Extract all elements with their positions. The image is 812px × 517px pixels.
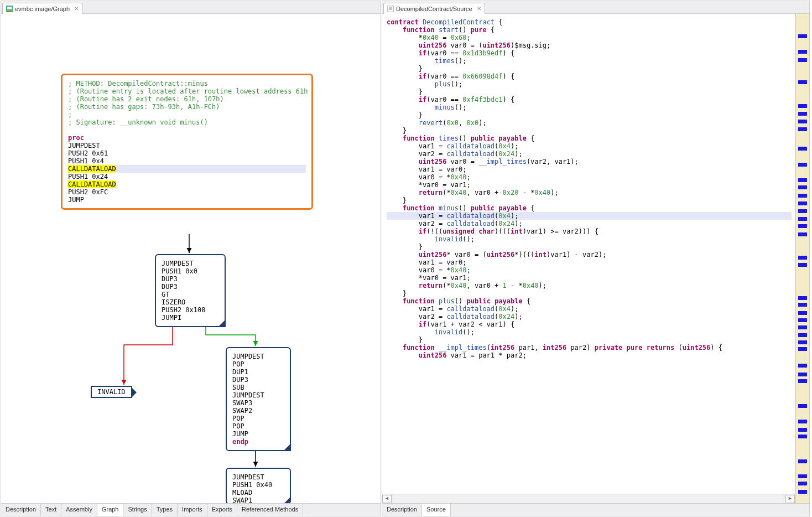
gutter-mark[interactable] <box>798 112 807 116</box>
gutter-mark[interactable] <box>798 232 807 236</box>
source-content: contract DecompiledContract { function s… <box>382 14 809 503</box>
gutter-mark[interactable] <box>798 364 807 368</box>
close-icon[interactable]: ✕ <box>74 6 79 12</box>
gutter-mark[interactable] <box>798 373 807 376</box>
gutter-mark[interactable] <box>798 428 807 432</box>
gutter-mark[interactable] <box>798 163 807 167</box>
gutter-mark[interactable] <box>798 333 807 337</box>
gutter-mark[interactable] <box>798 379 807 383</box>
gutter-mark[interactable] <box>798 80 807 84</box>
gutter-mark[interactable] <box>798 263 807 267</box>
graph-panel: evmbc image/Graph ✕ <box>1 1 381 516</box>
graph-node-block3[interactable]: JUMPDEST POP DUP1 DUP3 SUB JUMPDEST SWAP… <box>226 347 291 451</box>
source-gutter[interactable] <box>795 14 809 503</box>
gutter-mark[interactable] <box>798 34 807 38</box>
bottom-tab-assembly[interactable]: Assembly <box>61 504 97 516</box>
close-icon[interactable]: ✕ <box>477 6 481 12</box>
gutter-mark[interactable] <box>798 474 807 478</box>
bottom-tab-referenced-methods[interactable]: Referenced Methods <box>237 504 303 516</box>
gutter-mark[interactable] <box>798 325 807 329</box>
gutter-mark[interactable] <box>798 209 807 213</box>
gutter-mark[interactable] <box>798 224 807 228</box>
gutter-mark[interactable] <box>798 217 807 221</box>
gutter-mark[interactable] <box>798 194 807 198</box>
bottom-tab-strings[interactable]: Strings <box>123 504 152 516</box>
source-bottom-tabs: DescriptionSource <box>382 503 809 516</box>
gutter-mark[interactable] <box>798 58 807 62</box>
gutter-mark[interactable] <box>798 459 807 463</box>
gutter-mark[interactable] <box>798 347 807 351</box>
bottom-tab-types[interactable]: Types <box>152 504 178 516</box>
gutter-mark[interactable] <box>798 482 807 485</box>
invalid-label: INVALID <box>97 388 126 396</box>
graph-node-invalid[interactable]: INVALID <box>91 386 132 398</box>
graph-canvas[interactable]: ; METHOD: DecompiledContract::minus ; (R… <box>1 14 381 503</box>
gutter-mark[interactable] <box>798 50 807 54</box>
gutter-mark[interactable] <box>798 340 807 344</box>
document-icon <box>387 6 394 12</box>
svg-rect-1 <box>7 7 12 9</box>
graph-tab-bar: evmbc image/Graph ✕ <box>1 1 381 14</box>
source-tab-bar: DecompiledContract/Source ✕ <box>382 1 809 14</box>
gutter-mark[interactable] <box>798 420 807 423</box>
gutter-mark[interactable] <box>798 104 807 108</box>
image-icon <box>6 6 13 12</box>
source-code-view[interactable]: contract DecompiledContract { function s… <box>382 14 809 494</box>
bottom-tab-graph[interactable]: Graph <box>97 504 124 516</box>
gutter-mark[interactable] <box>798 127 807 131</box>
gutter-mark[interactable] <box>798 490 807 494</box>
gutter-mark[interactable] <box>798 303 807 307</box>
gutter-mark[interactable] <box>798 256 807 260</box>
bottom-tab-description[interactable]: Description <box>1 504 41 516</box>
source-panel: DecompiledContract/Source ✕ contract Dec… <box>382 1 810 516</box>
gutter-mark[interactable] <box>798 120 807 123</box>
source-tab[interactable]: DecompiledContract/Source ✕ <box>383 3 485 14</box>
gutter-mark[interactable] <box>798 147 807 151</box>
bottom-tab-description[interactable]: Description <box>382 504 422 516</box>
graph-tab-label: evmbc image/Graph <box>15 6 70 12</box>
gutter-mark[interactable] <box>798 318 807 322</box>
scroll-left-icon[interactable]: ◄ <box>382 495 392 503</box>
gutter-mark[interactable] <box>798 435 807 438</box>
gutter-mark[interactable] <box>798 311 807 315</box>
horizontal-scrollbar[interactable]: ◄ ► <box>382 494 795 503</box>
graph-node-proc[interactable]: ; METHOD: DecompiledContract::minus ; (R… <box>61 74 313 210</box>
svg-rect-9 <box>388 6 393 12</box>
gutter-mark[interactable] <box>798 404 807 408</box>
graph-content[interactable]: ; METHOD: DecompiledContract::minus ; (R… <box>1 14 381 503</box>
bottom-tab-text[interactable]: Text <box>41 504 61 516</box>
bottom-tab-exports[interactable]: Exports <box>207 504 237 516</box>
scroll-right-icon[interactable]: ► <box>785 495 795 503</box>
graph-node-block2[interactable]: JUMPDEST PUSH1 0x0 DUP3 DUP3 GT ISZERO P… <box>155 254 226 327</box>
gutter-mark[interactable] <box>798 201 807 205</box>
gutter-mark[interactable] <box>798 296 807 300</box>
source-tab-label: DecompiledContract/Source <box>396 6 472 12</box>
graph-bottom-tabs: DescriptionTextAssemblyGraphStringsTypes… <box>1 503 381 516</box>
bottom-tab-source[interactable]: Source <box>422 504 451 516</box>
bottom-tab-imports[interactable]: Imports <box>178 504 207 516</box>
graph-tab[interactable]: evmbc image/Graph ✕ <box>2 3 82 14</box>
gutter-mark[interactable] <box>798 178 807 182</box>
svg-rect-2 <box>7 10 12 11</box>
graph-node-block4[interactable]: JUMPDEST PUSH1 0x40 MLOAD SWAP1 <box>226 468 291 503</box>
gutter-mark[interactable] <box>798 185 807 189</box>
